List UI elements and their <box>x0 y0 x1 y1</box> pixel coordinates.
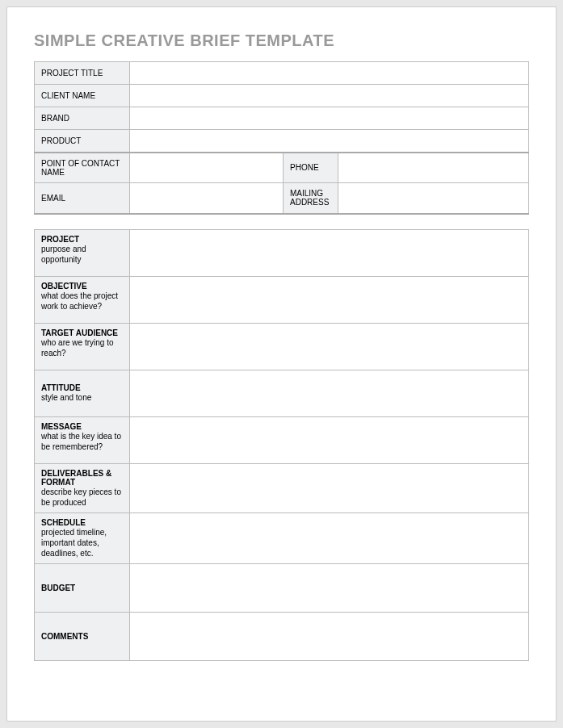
project-section-value[interactable] <box>130 229 529 276</box>
product-label: PRODUCT <box>35 130 130 153</box>
basic-info-table: PROJECT TITLE CLIENT NAME BRAND PRODUCT … <box>34 61 529 215</box>
table-row: POINT OF CONTACT NAME PHONE <box>35 153 529 183</box>
mailing-label: MAILING ADDRESS <box>284 183 338 214</box>
schedule-section-value[interactable] <box>130 513 529 563</box>
email-value[interactable] <box>130 183 284 214</box>
client-name-value[interactable] <box>130 85 529 107</box>
table-row: MESSAGE what is the key idea to be remem… <box>35 416 529 463</box>
section-title: COMMENTS <box>41 632 123 641</box>
section-desc: style and tone <box>41 392 123 403</box>
table-row: ATTITUDE style and tone <box>35 370 529 416</box>
section-desc: projected timeline, important dates, dea… <box>41 527 123 559</box>
brand-label: BRAND <box>35 107 130 130</box>
brand-value[interactable] <box>130 107 529 130</box>
table-row: COMMENTS <box>35 612 529 660</box>
budget-section-label: BUDGET <box>35 563 130 612</box>
schedule-section-label: SCHEDULE projected timeline, important d… <box>35 513 130 563</box>
spacer <box>34 215 529 229</box>
project-title-label: PROJECT TITLE <box>35 62 130 85</box>
table-row: TARGET AUDIENCE who are we trying to rea… <box>35 323 529 370</box>
document-page: SIMPLE CREATIVE BRIEF TEMPLATE PROJECT T… <box>6 6 557 722</box>
table-row: BRAND <box>35 107 529 130</box>
deliverables-section-value[interactable] <box>130 463 529 513</box>
comments-section-label: COMMENTS <box>35 612 130 660</box>
mailing-value[interactable] <box>338 183 529 214</box>
message-section-label: MESSAGE what is the key idea to be remem… <box>35 416 130 463</box>
table-row: SCHEDULE projected timeline, important d… <box>35 513 529 563</box>
objective-section-value[interactable] <box>130 276 529 323</box>
table-row: PROJECT TITLE <box>35 62 529 85</box>
email-label: EMAIL <box>35 183 130 214</box>
table-row: BUDGET <box>35 563 529 612</box>
section-title: DELIVERABLES & FORMAT <box>41 469 123 487</box>
section-title: OBJECTIVE <box>41 282 123 291</box>
section-title: SCHEDULE <box>41 518 123 527</box>
attitude-section-value[interactable] <box>130 370 529 416</box>
comments-section-value[interactable] <box>130 612 529 660</box>
table-row: CLIENT NAME <box>35 85 529 107</box>
section-desc: describe key pieces to be produced <box>41 487 123 508</box>
poc-value[interactable] <box>130 153 284 183</box>
message-section-value[interactable] <box>130 416 529 463</box>
project-section-label: PROJECT purpose and opportunity <box>35 229 130 276</box>
section-desc: what is the key idea to be remembered? <box>41 431 123 452</box>
project-title-value[interactable] <box>130 62 529 85</box>
target-section-value[interactable] <box>130 323 529 370</box>
phone-value[interactable] <box>338 153 529 183</box>
section-title: PROJECT <box>41 235 123 244</box>
section-desc: what does the project work to achieve? <box>41 291 123 312</box>
section-desc: who are we trying to reach? <box>41 337 123 358</box>
table-row: PRODUCT <box>35 130 529 153</box>
phone-label: PHONE <box>284 153 338 183</box>
table-row: PROJECT purpose and opportunity <box>35 229 529 276</box>
objective-section-label: OBJECTIVE what does the project work to … <box>35 276 130 323</box>
product-value[interactable] <box>130 130 529 153</box>
section-title: TARGET AUDIENCE <box>41 328 123 337</box>
table-row: OBJECTIVE what does the project work to … <box>35 276 529 323</box>
section-desc: purpose and opportunity <box>41 244 123 265</box>
table-row: DELIVERABLES & FORMAT describe key piece… <box>35 463 529 513</box>
attitude-section-label: ATTITUDE style and tone <box>35 370 130 416</box>
target-section-label: TARGET AUDIENCE who are we trying to rea… <box>35 323 130 370</box>
table-row: EMAIL MAILING ADDRESS <box>35 183 529 214</box>
section-title: BUDGET <box>41 584 123 592</box>
budget-section-value[interactable] <box>130 563 529 612</box>
section-title: ATTITUDE <box>41 383 123 392</box>
poc-label: POINT OF CONTACT NAME <box>35 153 130 183</box>
sections-table: PROJECT purpose and opportunity OBJECTIV… <box>34 229 529 661</box>
client-name-label: CLIENT NAME <box>35 85 130 107</box>
page-title: SIMPLE CREATIVE BRIEF TEMPLATE <box>34 31 529 50</box>
deliverables-section-label: DELIVERABLES & FORMAT describe key piece… <box>35 463 130 513</box>
section-title: MESSAGE <box>41 422 123 431</box>
